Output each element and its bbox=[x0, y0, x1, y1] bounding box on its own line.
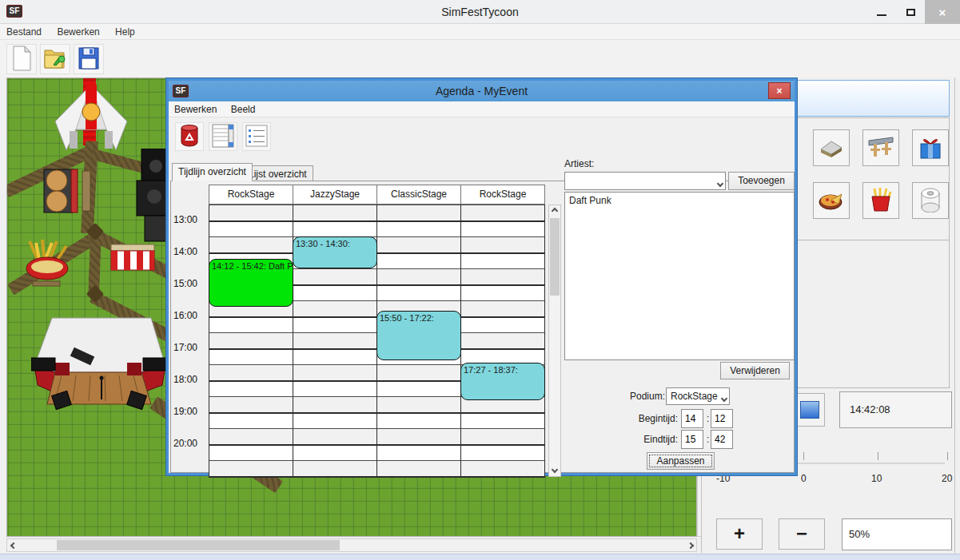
minimize-button[interactable] bbox=[867, 0, 896, 24]
dialog-toolbar bbox=[169, 117, 795, 157]
save-file-button[interactable] bbox=[74, 44, 104, 74]
grid-column-line bbox=[209, 205, 209, 476]
map-fries-stand[interactable] bbox=[22, 236, 73, 290]
time-label: 17:00 bbox=[173, 342, 207, 355]
podium-select[interactable]: RockStage bbox=[666, 387, 730, 405]
gift-icon bbox=[918, 134, 943, 162]
dialog-title: Agenda - MyEvent bbox=[169, 81, 795, 101]
chevron-down-icon bbox=[722, 392, 727, 403]
scrollbar-thumb[interactable] bbox=[57, 540, 340, 550]
close-button[interactable]: × bbox=[925, 0, 960, 24]
schedule-event[interactable]: 14:12 - 15:42: Daft Punk bbox=[209, 259, 293, 307]
time-label: 13:00 bbox=[173, 214, 207, 227]
status-strip bbox=[0, 554, 960, 560]
build-gift-button[interactable] bbox=[912, 129, 949, 166]
slider-label: 0 bbox=[801, 473, 807, 484]
chevron-up-icon bbox=[552, 208, 558, 214]
remove-button[interactable]: Verwijderen bbox=[720, 362, 790, 379]
maximize-icon bbox=[906, 9, 915, 16]
main-toolbar bbox=[0, 40, 960, 77]
scroll-down-button[interactable] bbox=[549, 465, 560, 476]
start-minute-input[interactable] bbox=[711, 409, 733, 428]
play-icon bbox=[800, 401, 819, 419]
chevron-left-icon bbox=[10, 542, 16, 548]
menu-bar: Bestand Bewerken Help bbox=[0, 24, 960, 40]
build-stage-button[interactable] bbox=[862, 129, 899, 166]
toilet-paper-icon bbox=[918, 187, 942, 215]
new-file-button[interactable] bbox=[6, 44, 37, 74]
zoom-in-button[interactable]: + bbox=[716, 518, 763, 550]
menu-help[interactable]: Help bbox=[109, 24, 141, 40]
end-hour-input[interactable] bbox=[681, 430, 703, 449]
play-button[interactable] bbox=[795, 393, 825, 427]
save-file-icon bbox=[77, 46, 101, 73]
chevron-down-icon bbox=[718, 177, 723, 189]
tab-lijst-overzicht[interactable]: Lijst overzicht bbox=[242, 165, 313, 181]
podium-label: Podium: bbox=[630, 391, 665, 402]
artist-list-item[interactable]: Daft Punk bbox=[565, 193, 794, 209]
time-label: 18:00 bbox=[173, 374, 207, 387]
map-stage[interactable] bbox=[31, 316, 169, 416]
time-colon: : bbox=[707, 434, 709, 445]
time-label: 15:00 bbox=[173, 278, 207, 291]
dialog-menu-bewerken[interactable]: Bewerken bbox=[169, 101, 222, 117]
schedule-event[interactable]: 13:30 - 14:30: bbox=[293, 236, 377, 268]
end-time-label: Eindtijd: bbox=[635, 434, 678, 445]
scroll-right-button[interactable] bbox=[684, 539, 696, 551]
trash-icon bbox=[179, 125, 200, 149]
zoom-out-button[interactable]: − bbox=[779, 518, 825, 550]
time-label: 14:00 bbox=[173, 246, 207, 259]
dialog-menu-beeld[interactable]: Beeld bbox=[225, 101, 261, 117]
end-minute-input[interactable] bbox=[711, 430, 733, 449]
open-file-icon bbox=[42, 46, 68, 73]
menu-bestand[interactable]: Bestand bbox=[0, 24, 48, 40]
start-time-label: Begintijd: bbox=[635, 413, 678, 424]
tab-tijdlijn-overzicht[interactable]: Tijdlijn overzicht bbox=[172, 163, 253, 181]
build-pizza-button[interactable] bbox=[813, 182, 850, 219]
map-striped-stand[interactable] bbox=[110, 243, 156, 274]
artist-listbox[interactable]: Daft Punk bbox=[564, 192, 795, 360]
timeline-view-button[interactable] bbox=[209, 122, 237, 151]
slider-label: 20 bbox=[942, 473, 952, 484]
list-view-button[interactable] bbox=[242, 122, 271, 151]
schedule-event[interactable]: 15:50 - 17:22: bbox=[376, 311, 461, 359]
scroll-left-button[interactable] bbox=[7, 539, 19, 551]
road-icon bbox=[818, 135, 845, 161]
artist-combobox[interactable] bbox=[564, 172, 726, 190]
dialog-close-button[interactable]: × bbox=[768, 82, 791, 99]
build-fries-button[interactable] bbox=[862, 182, 899, 219]
artist-label: Artiest: bbox=[564, 158, 594, 169]
map-horizontal-scrollbar[interactable] bbox=[6, 538, 697, 552]
schedule-event[interactable]: 17:27 - 18:37: bbox=[460, 363, 545, 400]
build-road-button[interactable] bbox=[813, 129, 850, 166]
scroll-up-button[interactable] bbox=[549, 205, 560, 216]
stage-column-header: RockStage bbox=[460, 185, 545, 205]
maximize-button[interactable] bbox=[896, 0, 925, 24]
slider-label: 10 bbox=[871, 473, 882, 484]
list-view-icon bbox=[245, 125, 268, 149]
start-hour-input[interactable] bbox=[681, 409, 703, 428]
clock-display: 14:42:08 bbox=[839, 391, 952, 428]
app-logo-icon: SF bbox=[6, 5, 22, 18]
timeline-view-icon bbox=[212, 124, 234, 150]
grid-vertical-scrollbar[interactable] bbox=[548, 205, 561, 477]
app-window: SF SimFestTycoon × Bestand Bewerken Help bbox=[0, 0, 960, 560]
stage-column-header: RockStage bbox=[209, 185, 293, 205]
apply-button[interactable]: Aanpassen bbox=[647, 452, 715, 470]
map-tent[interactable] bbox=[54, 83, 129, 156]
dialog-logo-icon: SF bbox=[173, 85, 189, 97]
map-burger-stand[interactable] bbox=[41, 166, 94, 218]
grid-column-line bbox=[544, 205, 545, 476]
podium-select-value: RockStage bbox=[667, 391, 718, 402]
menu-bewerken[interactable]: Bewerken bbox=[50, 24, 106, 40]
open-file-button[interactable] bbox=[40, 44, 70, 74]
close-icon: × bbox=[939, 6, 946, 19]
delete-event-button[interactable] bbox=[175, 122, 204, 151]
dialog-titlebar[interactable]: SF Agenda - MyEvent bbox=[169, 81, 795, 101]
add-artist-button[interactable]: Toevoegen bbox=[728, 172, 795, 190]
build-toilet-paper-button[interactable] bbox=[912, 182, 949, 219]
window-titlebar: SF SimFestTycoon × bbox=[0, 0, 960, 24]
scrollbar-thumb[interactable] bbox=[550, 218, 560, 296]
pizza-icon bbox=[818, 188, 845, 214]
new-file-icon bbox=[10, 46, 34, 73]
